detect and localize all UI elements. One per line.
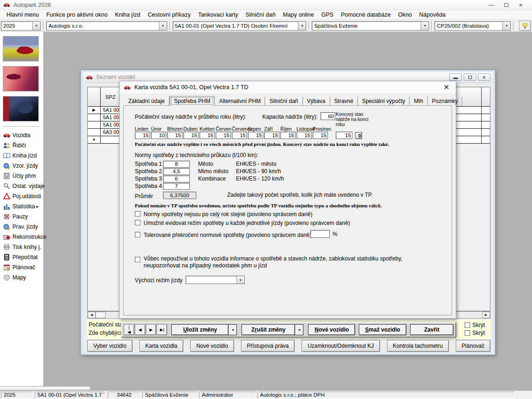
- dialog-tab[interactable]: Silniční daň: [265, 97, 302, 106]
- nav-first-button[interactable]: |◀: [124, 324, 134, 335]
- spz-cell[interactable]: 6A3 00: [101, 129, 119, 136]
- tank-month-field[interactable]: [200, 132, 215, 139]
- menu-item[interactable]: Silniční daň: [242, 11, 279, 19]
- tank-month-field[interactable]: [313, 132, 328, 139]
- tank-month-field[interactable]: [296, 132, 312, 139]
- list-action-button[interactable]: Přístupová práva: [241, 340, 295, 352]
- default-mode-combobox[interactable]: ▼: [186, 276, 245, 284]
- tank-month-field[interactable]: [280, 132, 296, 139]
- list-action-button[interactable]: Karta vozidla: [139, 340, 183, 352]
- consumption-field[interactable]: [163, 183, 190, 190]
- row-selector-cell[interactable]: [88, 129, 101, 136]
- sidebar-item[interactable]: Kniha jízd: [3, 151, 42, 161]
- menu-item[interactable]: Nápověda: [416, 11, 449, 19]
- chevron-down-icon[interactable]: ▼: [159, 22, 167, 30]
- list-action-button[interactable]: Nové vozidlo: [190, 340, 234, 352]
- menu-item[interactable]: Okno: [394, 11, 416, 19]
- sidebar-item[interactable]: Prav. jízdy: [3, 222, 42, 232]
- sidebar-scrollbar[interactable]: [0, 386, 91, 390]
- nav-next-button[interactable]: ▶: [146, 324, 157, 335]
- sidebar-item[interactable]: Řidiči: [3, 140, 42, 151]
- chevron-down-icon[interactable]: ▼: [298, 22, 306, 30]
- grid-col-spz[interactable]: SPZ: [101, 94, 115, 100]
- menu-item[interactable]: Mapy online: [279, 11, 317, 19]
- year-combobox[interactable]: 2025 ▼: [1, 21, 41, 30]
- dialog-tab[interactable]: Stravné: [330, 97, 358, 106]
- cancel-dropdown-icon[interactable]: ▼: [295, 324, 303, 335]
- sidebar-item[interactable]: Plánovač: [3, 262, 42, 272]
- sidebar-item[interactable]: Poj.události: [3, 191, 42, 201]
- row-selector-cell[interactable]: ∗: [88, 136, 101, 143]
- tolerance-checkbox[interactable]: [135, 232, 140, 237]
- dialog-tab[interactable]: Poznámky: [428, 97, 462, 106]
- tank-month-field[interactable]: [248, 132, 263, 139]
- list-action-button[interactable]: Plánovač: [456, 340, 490, 352]
- norms-vary-checkbox[interactable]: [135, 211, 140, 217]
- consumption-field[interactable]: [163, 175, 190, 182]
- sidebar-item[interactable]: Pauzy: [3, 212, 42, 222]
- tank-month-field[interactable]: [135, 132, 150, 139]
- new-vehicle-button[interactable]: Nové vozidlo: [308, 324, 355, 335]
- consumption-field[interactable]: [163, 168, 190, 175]
- dialog-tab[interactable]: Výbava: [303, 97, 330, 106]
- nav-last-button[interactable]: ▶|: [157, 324, 167, 335]
- sidebar-item[interactable]: Mapy: [3, 272, 42, 283]
- end-of-year-field[interactable]: [336, 132, 352, 139]
- list-action-button[interactable]: Vyber vozidlo: [87, 340, 133, 352]
- menu-item[interactable]: Pomocné databáze: [337, 11, 394, 19]
- sidebar-item[interactable]: Přepočítat: [3, 252, 42, 262]
- sidebar-item[interactable]: Rekonstrukce: [3, 232, 42, 242]
- scrollbar-thumb[interactable]: [96, 312, 106, 318]
- disable-fuel-tracking-checkbox[interactable]: [135, 257, 140, 262]
- tank-month-field[interactable]: [264, 132, 279, 139]
- row-selector-cell[interactable]: [88, 121, 101, 128]
- menu-item[interactable]: Tankovací karty: [194, 11, 242, 19]
- dialog-close-icon[interactable]: ✕: [441, 83, 452, 91]
- list-restore-button[interactable]: [464, 73, 476, 81]
- scroll-left-icon[interactable]: ◀: [88, 312, 96, 318]
- menu-item[interactable]: Funkce pro aktivní okno: [42, 11, 111, 19]
- list-close-button[interactable]: ✕: [478, 73, 490, 81]
- list-action-button[interactable]: Kontrola tachometru: [387, 340, 449, 352]
- driver-combobox[interactable]: Spáčilová Evženie ▼: [312, 21, 429, 30]
- spz-cell[interactable]: [101, 136, 103, 143]
- tank-month-field[interactable]: [232, 132, 247, 139]
- sidebar-item[interactable]: Účty phm: [3, 171, 42, 181]
- sidebar-item[interactable]: Vozidla: [3, 130, 42, 140]
- sidebar-item[interactable]: Ostat. výdaje: [3, 181, 42, 191]
- dialog-tab[interactable]: Mth: [410, 97, 428, 106]
- tank-month-field[interactable]: [183, 132, 199, 139]
- app-minimize-button[interactable]: —: [488, 0, 494, 10]
- scroll-right-icon[interactable]: ▶: [482, 312, 490, 318]
- sidebar-item[interactable]: Vzor. jízdy: [3, 161, 42, 171]
- cancel-button[interactable]: Zrušit změny: [242, 324, 295, 335]
- branch-combobox[interactable]: CP25/002 (Bratislava) ▼: [435, 21, 511, 30]
- dialog-tab[interactable]: Alternativní PHM: [215, 97, 265, 106]
- capacity-field[interactable]: [320, 112, 335, 120]
- list-action-button[interactable]: Uzamknout/Odemknout KJ: [302, 340, 380, 352]
- dialog-tab[interactable]: Speciální výpočty: [358, 97, 410, 106]
- row-selector-cell[interactable]: [88, 114, 101, 121]
- spz-cell[interactable]: 5A1 00: [101, 107, 119, 114]
- spz-cell[interactable]: 5A1 00: [101, 114, 119, 121]
- hide-checkbox-2[interactable]: [465, 330, 470, 336]
- per-trip-mode-checkbox[interactable]: [135, 220, 140, 225]
- tank-month-field[interactable]: [151, 132, 166, 139]
- nav-prev-button[interactable]: ◀: [135, 324, 145, 335]
- zero-button[interactable]: 0: [355, 132, 362, 139]
- tips-button[interactable]: [519, 21, 531, 31]
- close-button[interactable]: Zavřít: [410, 324, 453, 335]
- dialog-tab[interactable]: Základní údaje: [124, 97, 169, 106]
- dialog-tab[interactable]: Spotřeba PHM: [169, 96, 215, 106]
- menu-item[interactable]: Cestovní příkazy: [144, 11, 194, 19]
- row-selector-cell[interactable]: ▶: [88, 107, 101, 114]
- chevron-down-icon[interactable]: ▼: [502, 22, 510, 30]
- tolerance-field[interactable]: [310, 230, 330, 238]
- save-dropdown-icon[interactable]: ▼: [229, 324, 237, 335]
- chevron-down-icon[interactable]: ▼: [236, 276, 244, 284]
- spz-cell[interactable]: 5A1 00: [101, 121, 119, 128]
- menu-item[interactable]: GPS: [318, 11, 337, 19]
- app-maximize-button[interactable]: [504, 3, 508, 7]
- vehicle-combobox[interactable]: 5A1 00-01 (Opel Vectra 1.7 TD) Osobní Fi…: [173, 21, 307, 30]
- app-close-button[interactable]: ×: [519, 0, 523, 10]
